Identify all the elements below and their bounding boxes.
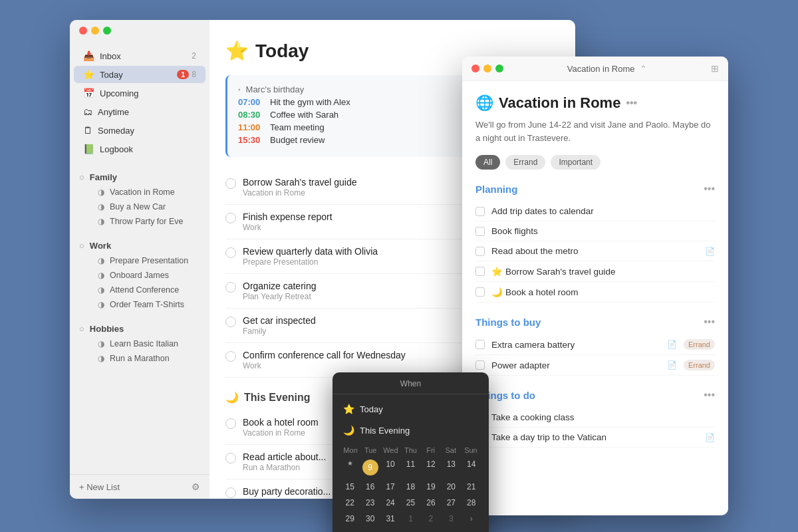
calendar-cell[interactable]: 22 bbox=[340, 495, 359, 510]
task-checkbox[interactable] bbox=[225, 213, 236, 223]
today-star-icon: ⭐ bbox=[343, 404, 354, 414]
section-title: Work bbox=[90, 241, 111, 251]
task-checkbox[interactable] bbox=[225, 282, 236, 293]
when-today-option[interactable]: ⭐ Today bbox=[332, 398, 489, 420]
filter-important[interactable]: Important bbox=[551, 155, 600, 170]
section-hobbies[interactable]: ○ Hobbies bbox=[70, 316, 209, 336]
sidebar-item-prepare-presentation[interactable]: ◑ Prepare Presentation bbox=[74, 254, 205, 267]
today-icon: ⭐ bbox=[83, 69, 94, 80]
task-checkbox[interactable] bbox=[225, 351, 236, 362]
task-checkbox[interactable] bbox=[475, 247, 485, 256]
detail-close-button[interactable] bbox=[471, 65, 479, 72]
calendar-cell[interactable]: 14 bbox=[462, 457, 481, 478]
calendar-cell-next[interactable]: 2 bbox=[422, 511, 440, 526]
section-more-icon[interactable]: ••• bbox=[704, 183, 715, 195]
task-label: Book flights bbox=[491, 226, 715, 236]
calendar-cell[interactable]: 11 bbox=[401, 457, 420, 478]
calendar-cell[interactable]: 24 bbox=[381, 495, 400, 510]
task-label: Take a day trip to the Vatican bbox=[491, 432, 698, 442]
detail-window: Vacation in Rome ⌃ ⊞ 🌐 Vacation in Rome … bbox=[462, 57, 728, 515]
task-checkbox[interactable] bbox=[475, 267, 485, 276]
sidebar-item-throw-party[interactable]: ◑ Throw Party for Eve bbox=[74, 215, 205, 228]
task-checkbox[interactable] bbox=[475, 227, 485, 236]
project-icon: ◑ bbox=[98, 354, 104, 363]
project-icon: ◑ bbox=[98, 256, 104, 265]
calendar-today[interactable]: 9 bbox=[362, 460, 378, 475]
calendar-cell[interactable]: 17 bbox=[381, 479, 400, 494]
sidebar-item-order-tshirts[interactable]: ◑ Order Team T-Shirts bbox=[74, 298, 205, 311]
calendar-cell[interactable]: 28 bbox=[462, 495, 481, 510]
task-checkbox[interactable] bbox=[225, 317, 236, 327]
sidebar-item-someday[interactable]: 🗒 Someday bbox=[74, 122, 205, 139]
task-checkbox[interactable] bbox=[475, 360, 485, 370]
today-star-icon: ⭐ bbox=[225, 40, 249, 62]
calendar-cell[interactable]: 27 bbox=[442, 495, 460, 510]
calendar-cell[interactable]: 26 bbox=[422, 495, 440, 510]
calendar-cell[interactable]: 13 bbox=[442, 457, 460, 478]
sidebar-item-buy-car[interactable]: ◑ Buy a New Car bbox=[74, 200, 205, 213]
sidebar-item-vacation-rome[interactable]: ◑ Vacation in Rome bbox=[74, 186, 205, 199]
list-item: Book flights bbox=[475, 221, 715, 241]
new-list-button[interactable]: + New List bbox=[79, 482, 120, 492]
detail-maximize-button[interactable] bbox=[495, 65, 503, 72]
calendar-cell[interactable]: 10 bbox=[381, 457, 400, 478]
calendar-cell[interactable]: 18 bbox=[401, 479, 420, 494]
maximize-button[interactable] bbox=[103, 27, 111, 35]
sidebar-item-anytime[interactable]: 🗂 Anytime bbox=[74, 103, 205, 120]
task-checkbox[interactable] bbox=[475, 287, 485, 297]
sidebar-item-upcoming[interactable]: 📅 Upcoming bbox=[74, 84, 205, 102]
sidebar-item-inbox[interactable]: 📥 Inbox 2 bbox=[74, 47, 205, 65]
calendar-cell[interactable]: 19 bbox=[422, 479, 440, 494]
task-checkbox[interactable] bbox=[225, 178, 236, 189]
calendar-cell[interactable]: 9 bbox=[360, 457, 379, 478]
copy-icon[interactable]: ⊞ bbox=[711, 63, 719, 74]
calendar-cell[interactable]: 16 bbox=[360, 479, 379, 494]
sidebar-bottom: + New List ⚙ bbox=[70, 474, 209, 499]
section-title: Hobbies bbox=[90, 324, 124, 334]
section-more-icon[interactable]: ••• bbox=[704, 389, 715, 401]
settings-icon[interactable]: ⚙ bbox=[192, 481, 200, 492]
calendar-cell-next[interactable]: 3 bbox=[442, 511, 460, 526]
calendar-cell[interactable]: 30 bbox=[360, 511, 379, 526]
filter-errand[interactable]: Errand bbox=[505, 155, 545, 170]
calendar-cell[interactable]: 15 bbox=[340, 479, 359, 494]
calendar-cell[interactable]: 23 bbox=[360, 495, 379, 510]
calendar-next-icon[interactable]: › bbox=[462, 511, 481, 526]
task-checkbox[interactable] bbox=[475, 340, 485, 349]
calendar-cell[interactable]: 31 bbox=[381, 511, 400, 526]
task-checkbox[interactable] bbox=[225, 418, 236, 429]
calendar-cell[interactable]: 21 bbox=[462, 479, 481, 494]
sidebar-item-onboard-james[interactable]: ◑ Onboard James bbox=[74, 269, 205, 282]
minimize-button[interactable] bbox=[91, 27, 99, 35]
close-button[interactable] bbox=[79, 27, 87, 35]
task-checkbox[interactable] bbox=[225, 487, 236, 498]
more-options-icon[interactable]: ••• bbox=[626, 97, 637, 109]
section-family[interactable]: ○ Family bbox=[70, 164, 209, 185]
sidebar: 📥 Inbox 2 ⭐ Today 1 8 📅 Upcoming 🗂 Anyti… bbox=[70, 20, 209, 499]
calendar-cell[interactable]: 20 bbox=[442, 479, 460, 494]
task-label: Power adapter bbox=[491, 360, 660, 370]
sidebar-item-italian[interactable]: ◑ Learn Basic Italian bbox=[74, 337, 205, 350]
section-work[interactable]: ○ Work bbox=[70, 233, 209, 253]
sidebar-item-today[interactable]: ⭐ Today 1 8 bbox=[74, 66, 205, 83]
task-checkbox[interactable] bbox=[225, 247, 236, 258]
task-checkbox[interactable] bbox=[225, 453, 236, 464]
calendar-cell[interactable]: 25 bbox=[401, 495, 420, 510]
evening-moon-icon: 🌙 bbox=[343, 425, 354, 436]
project-label: Vacation in Rome bbox=[110, 188, 175, 197]
sidebar-item-marathon[interactable]: ◑ Run a Marathon bbox=[74, 352, 205, 365]
today-count: 8 bbox=[192, 70, 196, 79]
when-evening-option[interactable]: 🌙 This Evening bbox=[332, 420, 489, 441]
sidebar-item-attend-conference[interactable]: ◑ Attend Conference bbox=[74, 283, 205, 297]
calendar-cell[interactable]: 29 bbox=[340, 511, 359, 526]
moon-flag-icon: 🌙 bbox=[491, 287, 503, 297]
detail-minimize-button[interactable] bbox=[483, 65, 491, 72]
project-title: 🌐 Vacation in Rome ••• bbox=[475, 94, 715, 112]
attachment-icon: 📄 bbox=[667, 340, 677, 349]
calendar-cell[interactable]: 12 bbox=[422, 457, 440, 478]
section-more-icon[interactable]: ••• bbox=[704, 316, 715, 328]
task-checkbox[interactable] bbox=[475, 207, 485, 216]
sidebar-item-logbook[interactable]: 📗 Logbook bbox=[74, 140, 205, 158]
filter-all[interactable]: All bbox=[475, 155, 500, 170]
calendar-cell-next[interactable]: 1 bbox=[401, 511, 420, 526]
